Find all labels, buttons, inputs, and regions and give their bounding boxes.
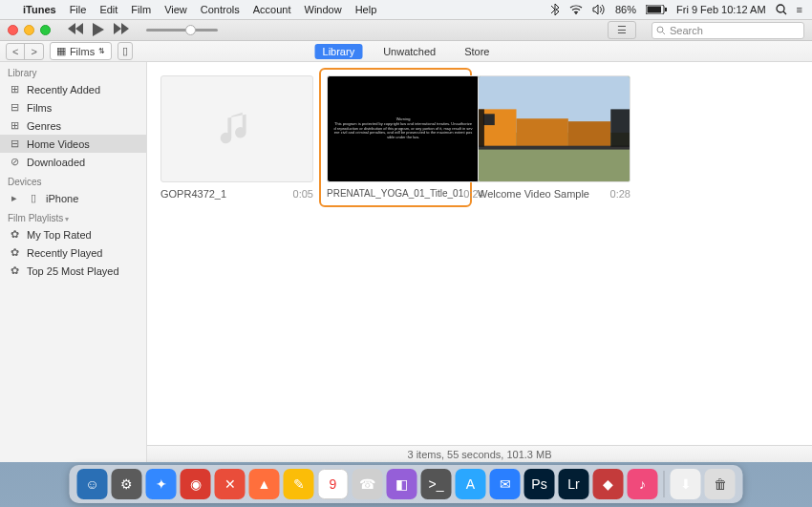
sidebar-item-top-25[interactable]: ✿Top 25 Most Played <box>0 262 146 280</box>
notifications-icon[interactable]: ≡ <box>797 4 802 15</box>
sidebar-header-library: Library <box>0 62 146 80</box>
sidebar-item-recently-added[interactable]: ⊞Recently Added <box>0 80 146 98</box>
dock-app-3[interactable]: ▲ <box>249 469 280 499</box>
device-button[interactable]: ▯ <box>118 42 133 60</box>
dock-app-lightroom[interactable]: Lr <box>559 469 589 499</box>
itunes-window: ☰ Search < > ▦ Films ⇅ ▯ Library Unwatch… <box>0 19 812 462</box>
minimize-button[interactable] <box>24 25 34 35</box>
video-title: Welcome Video Sample <box>478 188 589 200</box>
nav-forward-button[interactable]: > <box>25 44 42 59</box>
dock-app-photoshop[interactable]: Ps <box>524 469 555 499</box>
svg-rect-12 <box>517 118 568 146</box>
video-item-selected[interactable]: WarningThis program is protected by copy… <box>319 68 472 207</box>
svg-rect-3 <box>665 8 667 11</box>
films-icon: ⊟ <box>8 101 21 114</box>
media-kind-dropdown[interactable]: ▦ Films ⇅ <box>50 42 112 60</box>
svg-point-4 <box>777 5 784 12</box>
dock: ☺ ⚙ ✦ ◉ ✕ ▲ ✎ 9 ☎ ◧ >_ A ✉ Ps Lr ◆ ♪ ⬇ 🗑 <box>70 465 743 503</box>
gear-icon: ✿ <box>8 264 21 277</box>
spotlight-icon[interactable] <box>776 4 787 15</box>
video-duration: 0:28 <box>610 188 630 200</box>
datetime[interactable]: Fri 9 Feb 10:12 AM <box>676 4 766 15</box>
search-input[interactable]: Search <box>652 22 804 39</box>
svg-line-5 <box>783 11 786 14</box>
dock-app-downloads[interactable]: ⬇ <box>671 469 701 499</box>
dock-app-terminal[interactable]: >_ <box>421 469 452 499</box>
dock-app-5[interactable]: ◆ <box>593 469 624 499</box>
sidebar-item-downloaded[interactable]: ⊘Downloaded <box>0 153 146 171</box>
svg-rect-2 <box>648 7 662 13</box>
svg-rect-16 <box>479 109 484 146</box>
volume-slider[interactable] <box>146 29 218 32</box>
sidebar-item-films[interactable]: ⊟Films <box>0 98 146 116</box>
menu-window[interactable]: Window <box>305 4 342 15</box>
sidebar-item-genres[interactable]: ⊞Genres <box>0 116 146 135</box>
svg-point-6 <box>657 27 663 32</box>
gear-icon: ✿ <box>8 228 21 241</box>
media-kind-label: Films <box>70 46 95 57</box>
tab-store[interactable]: Store <box>457 44 497 59</box>
video-thumbnail <box>478 75 630 182</box>
chevron-updown-icon: ⇅ <box>98 47 105 55</box>
play-button[interactable] <box>93 23 104 38</box>
list-view-button[interactable]: ☰ <box>608 21 636 39</box>
app-name[interactable]: iTunes <box>23 4 56 15</box>
expand-icon[interactable]: ▸ <box>8 192 21 204</box>
zoom-button[interactable] <box>40 25 51 35</box>
menu-file[interactable]: File <box>70 4 87 15</box>
nav-back-button[interactable]: < <box>7 44 25 59</box>
dock-app-itunes[interactable]: ♪ <box>628 469 658 499</box>
sidebar-header-devices: Devices <box>0 171 146 189</box>
status-bar: 3 items, 55 seconds, 101.3 MB <box>147 445 812 462</box>
rewind-button[interactable] <box>68 23 83 38</box>
video-item[interactable]: GOPR4372_10:05 <box>160 75 313 200</box>
dock-app-chrome[interactable]: ◉ <box>181 469 211 499</box>
menu-account[interactable]: Account <box>253 4 291 15</box>
video-thumbnail: WarningThis program is protected by copy… <box>327 75 480 182</box>
downloaded-icon: ⊘ <box>8 156 21 168</box>
genres-icon: ⊞ <box>8 119 21 132</box>
forward-button[interactable] <box>114 23 129 38</box>
content-area: GOPR4372_10:05 WarningThis program is pr… <box>147 62 812 462</box>
close-button[interactable] <box>8 25 18 35</box>
menu-controls[interactable]: Controls <box>201 4 240 15</box>
film-icon: ▦ <box>56 45 66 57</box>
sidebar-item-recently-played[interactable]: ✿Recently Played <box>0 243 146 262</box>
sidebar-item-iphone[interactable]: ▸▯iPhone <box>0 189 146 207</box>
svg-rect-13 <box>568 121 610 147</box>
wifi-icon[interactable] <box>569 5 583 14</box>
battery-icon[interactable] <box>646 5 667 14</box>
nav-row: < > ▦ Films ⇅ ▯ Library Unwatched Store <box>0 41 812 62</box>
menu-view[interactable]: View <box>164 4 187 15</box>
bluetooth-icon[interactable] <box>550 4 560 15</box>
dock-app-2[interactable]: ✕ <box>215 469 246 499</box>
dock-app-contacts[interactable]: ☎ <box>353 469 383 499</box>
dock-app-preferences[interactable]: ⚙ <box>112 469 142 499</box>
video-thumbnail-placeholder <box>160 75 313 182</box>
dock-app-finder[interactable]: ☺ <box>77 469 108 499</box>
dock-app-4[interactable]: ◧ <box>387 469 417 499</box>
iphone-icon: ▯ <box>27 192 40 204</box>
video-item[interactable]: Welcome Video Sample0:28 <box>478 75 630 200</box>
video-title: PRENATAL_YOGA_01_Title_01 <box>327 188 463 200</box>
tab-library[interactable]: Library <box>315 44 363 59</box>
dock-app-trash[interactable]: 🗑 <box>705 469 736 499</box>
sidebar-item-my-top-rated[interactable]: ✿My Top Rated <box>0 225 146 243</box>
svg-rect-15 <box>610 109 630 146</box>
menu-edit[interactable]: Edit <box>99 4 118 15</box>
menu-help[interactable]: Help <box>355 4 377 15</box>
dock-app-safari[interactable]: ✦ <box>146 469 177 499</box>
dock-app-calendar[interactable]: 9 <box>318 469 349 499</box>
svg-line-7 <box>663 32 666 34</box>
sidebar-header-playlists[interactable]: Film Playlists <box>0 207 146 225</box>
dock-app-appstore[interactable]: A <box>456 469 486 499</box>
dock-app-notes[interactable]: ✎ <box>284 469 314 499</box>
dock-app-mail[interactable]: ✉ <box>490 469 521 499</box>
menu-film[interactable]: Film <box>131 4 151 15</box>
gear-icon: ✿ <box>8 246 21 259</box>
volume-icon[interactable] <box>592 5 606 14</box>
sidebar-item-home-videos[interactable]: ⊟Home Videos <box>0 135 146 153</box>
search-placeholder: Search <box>670 25 703 36</box>
tab-unwatched[interactable]: Unwatched <box>375 44 443 59</box>
playback-controls <box>68 23 129 38</box>
